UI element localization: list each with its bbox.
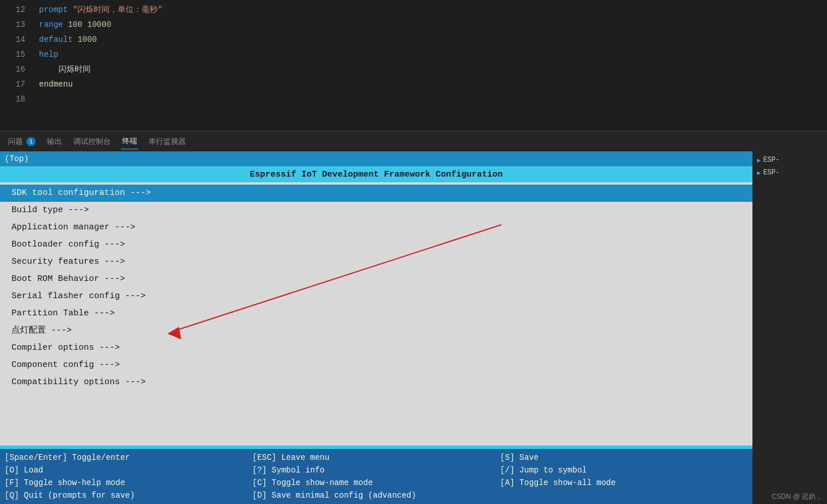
hint-f: [F] Toggle show-help mode [5,476,252,489]
tab-problems[interactable]: 问题 1 [7,134,37,149]
code-line-18: 18 [0,92,827,107]
menu-item-compatibility[interactable]: Compatibility options ---> [0,374,752,391]
menu-item-build[interactable]: Build type ---> [0,202,752,219]
bottom-row-4: [Q] Quit (prompts for save) [D] Save min… [5,489,748,502]
hint-esc: [ESC] Leave menu [252,451,500,464]
hint-question: [?] Symbol info [252,464,500,476]
hint-slash: [/] Jump to symbol [500,464,748,476]
tab-output[interactable]: 输出 [46,134,63,149]
right-arrow-icon: ▶ [757,157,761,164]
line-number: 17 [0,77,34,92]
line-number: 14 [0,32,34,47]
bottom-row-3: [F] Toggle show-help mode [C] Toggle sho… [5,476,748,489]
tab-bar: 问题 1 输出 调试控制台 终端 串行监视器 [0,131,827,151]
line-number: 18 [0,92,34,107]
menu-item-serial-flasher[interactable]: Serial flasher config ---> [0,288,752,305]
bottom-row-1: [Space/Enter] Toggle/enter [ESC] Leave m… [5,451,748,464]
menu-item-component[interactable]: Component config ---> [0,357,752,374]
right-item-esp2[interactable]: ▶ ESP- [752,166,827,179]
menu-item-bootloader[interactable]: Bootloader config ---> [0,236,752,253]
right-item-esp1[interactable]: ▶ ESP- [752,154,827,166]
line-number: 13 [0,17,34,32]
code-line-16: 16 闪烁时间 [0,62,827,77]
line-number: 12 [0,2,34,17]
terminal-bottom: [Space/Enter] Toggle/enter [ESC] Leave m… [0,449,752,504]
line-number: 16 [0,62,34,77]
code-line-13: 13 range 100 10000 [0,17,827,32]
right-arrow-icon: ▶ [757,169,761,177]
hint-o: [O] Load [5,464,252,476]
watermark: CSDN @ 迟奶， [771,492,822,502]
problems-badge: 1 [26,137,36,146]
menu-item-boot-rom[interactable]: Boot ROM Behavior ---> [0,271,752,288]
menu-item-security[interactable]: Security features ---> [0,253,752,271]
hint-empty [500,489,748,502]
menu-item-compiler[interactable]: Compiler options ---> [0,339,752,357]
code-line-12: 12 prompt "闪烁时间，单位：毫秒" [0,2,827,17]
tab-debug-console[interactable]: 调试控制台 [72,134,112,149]
terminal-top-bar: (Top) [0,151,752,166]
hint-a: [A] Toggle show-all mode [500,476,748,489]
terminal-main: (Top) Espressif IoT Development Framewor… [0,151,752,504]
hint-space-enter: [Space/Enter] Toggle/enter [5,451,252,464]
code-line-17: 17 endmenu [0,77,827,92]
code-line-14: 14 default 1000 [0,32,827,47]
tab-terminal[interactable]: 终端 [121,134,138,150]
terminal-area: (Top) Espressif IoT Development Framewor… [0,151,827,504]
terminal-menu[interactable]: SDK tool configuration ---> Build type -… [0,182,752,446]
tab-serial-monitor[interactable]: 串行监视器 [147,134,187,149]
menu-item-sdk[interactable]: SDK tool configuration ---> [0,185,752,202]
terminal-title-bar: Espressif IoT Development Framework Conf… [0,166,752,182]
menu-item-partition[interactable]: Partition Table ---> [0,305,752,322]
bottom-row-2: [O] Load [?] Symbol info [/] Jump to sym… [5,464,748,476]
right-panel: ▶ ESP- ▶ ESP- [752,151,827,504]
menu-item-led-config[interactable]: 点灯配置 ---> [0,322,752,339]
hint-q: [Q] Quit (prompts for save) [5,489,252,502]
hint-d: [D] Save minimal config (advanced) [252,489,500,502]
hint-s: [S] Save [500,451,748,464]
hint-c: [C] Toggle show-name mode [252,476,500,489]
line-number: 15 [0,47,34,62]
code-line-15: 15 help [0,47,827,62]
code-editor: 12 prompt "闪烁时间，单位：毫秒" 13 range 100 1000… [0,0,827,131]
menu-item-app-manager[interactable]: Application manager ---> [0,219,752,236]
